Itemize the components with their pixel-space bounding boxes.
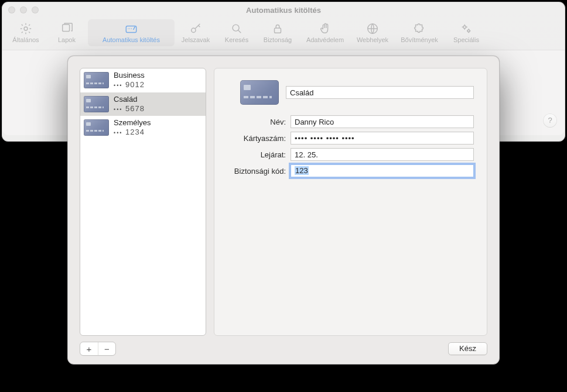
remove-card-button[interactable]: − [98,342,115,355]
card-title: Business [114,71,145,80]
sheet-footer: + − Kész [80,336,487,356]
card-detail-pane: Név: Kártyaszám: Lejárat: Biztonsági kód… [214,68,487,336]
add-card-button[interactable]: + [80,342,98,355]
credit-card-icon [84,72,109,88]
expiry-label: Lejárat: [227,150,286,159]
card-list[interactable]: Business ••• 9012 Család ••• 5678 Személ… [80,68,206,336]
card-list-item[interactable]: Család ••• 5678 [80,92,206,116]
card-title: Személyes [114,118,151,128]
card-subtitle: ••• 9012 [114,80,145,90]
done-button[interactable]: Kész [448,342,487,355]
card-cvc-field[interactable]: 123 [291,164,474,177]
cardholder-name-field[interactable] [291,115,474,128]
name-label: Név: [227,118,286,126]
card-list-item[interactable]: Business ••• 9012 [80,68,206,92]
card-expiry-field[interactable] [291,148,474,161]
credit-card-icon [84,119,109,136]
number-label: Kártyaszám: [227,134,286,143]
card-title: Család [114,95,145,104]
card-list-item[interactable]: Személyes ••• 1234 [80,116,206,140]
credit-cards-sheet: Business ••• 9012 Család ••• 5678 Személ… [67,56,500,365]
card-subtitle: ••• 1234 [114,128,151,137]
credit-card-icon [240,80,279,105]
card-number-field[interactable] [291,132,474,145]
credit-card-icon [84,96,109,112]
card-description-field[interactable] [286,86,474,99]
card-subtitle: ••• 5678 [114,104,145,114]
cvc-label: Biztonsági kód: [227,167,286,176]
add-remove-group: + − [80,342,116,356]
